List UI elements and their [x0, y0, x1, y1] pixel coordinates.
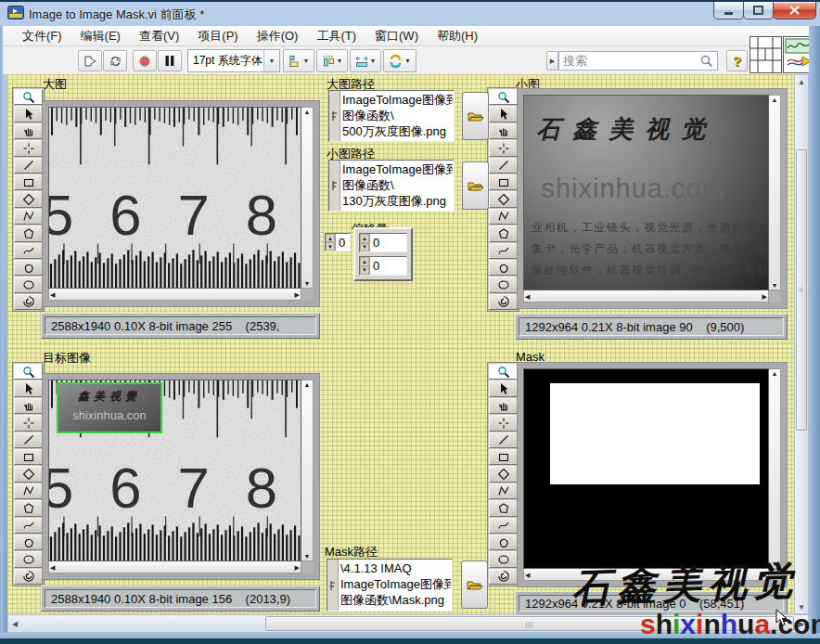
- tool-freehand-line-button[interactable]: [14, 243, 43, 259]
- tool-rotated-rectangle-button[interactable]: [489, 466, 518, 482]
- tool-polyline-button[interactable]: [489, 209, 518, 225]
- menu-item-help[interactable]: 帮助(H): [428, 26, 487, 46]
- tool-point-button[interactable]: [14, 415, 43, 431]
- mask-image-canvas[interactable]: [523, 368, 769, 569]
- target-image-hscrollbar[interactable]: ◀▶: [48, 561, 301, 573]
- abort-button[interactable]: [133, 50, 157, 71]
- menu-item-tools[interactable]: 工具(T): [307, 26, 365, 46]
- mask-image-vscrollbar[interactable]: ▲▼: [769, 368, 781, 569]
- tool-annulus-button[interactable]: [14, 294, 43, 310]
- tool-cursor-button[interactable]: [489, 106, 518, 122]
- tool-freehand-region-button[interactable]: [489, 260, 518, 276]
- menu-item-edit[interactable]: 编辑(E): [71, 26, 130, 46]
- tool-polygon-button[interactable]: [489, 500, 518, 516]
- menu-item-view[interactable]: 查看(V): [130, 26, 188, 46]
- small-image-vscrollbar[interactable]: ▲▼: [769, 95, 781, 290]
- tool-oval-button[interactable]: [489, 277, 518, 292]
- tool-pan-button[interactable]: [14, 398, 43, 414]
- tool-point-button[interactable]: [14, 140, 43, 156]
- small-image-canvas[interactable]: 石鑫美视觉 shixinhua.com 业相机，工业镜头，视觉光源，光源控制器 …: [523, 95, 769, 290]
- tool-polygon-button[interactable]: [14, 500, 43, 516]
- search-input[interactable]: [559, 54, 699, 68]
- tool-cursor-button[interactable]: [14, 106, 43, 122]
- tool-pan-button[interactable]: [489, 123, 518, 139]
- close-button[interactable]: [773, 2, 816, 19]
- vertical-scroll-thumb[interactable]: ≡: [796, 149, 807, 431]
- text-settings-combo[interactable]: 17pt 系统字体 ▼: [187, 49, 280, 72]
- mask-path-control[interactable]: \4.1.13 IMAQ ImageToImage图像到 图像函数\Mask.p…: [327, 559, 453, 612]
- tool-rectangle-button[interactable]: [489, 174, 518, 190]
- offset-array-index[interactable]: ▲▼ 0: [325, 233, 351, 251]
- tool-rectangle-button[interactable]: [14, 174, 43, 190]
- reorder-dropdown[interactable]: ▼: [383, 49, 416, 72]
- small-image-browse-button[interactable]: [462, 161, 489, 210]
- small-image-path-control[interactable]: ImageToImage图像到 图像函数\ 130万灰度图像.png: [328, 160, 455, 212]
- mask-browse-button[interactable]: [461, 560, 488, 609]
- tool-annulus-button[interactable]: [14, 569, 43, 585]
- tool-line-button[interactable]: [14, 432, 43, 448]
- target-image-canvas[interactable]: 5678 鑫美视覺 shixinhua.con: [48, 380, 301, 561]
- tool-line-button[interactable]: [489, 432, 518, 448]
- panel-vertical-scrollbar[interactable]: ▲ ≡ ▼: [794, 74, 809, 614]
- tool-pan-button[interactable]: [14, 123, 43, 139]
- distribute-objects-dropdown[interactable]: ▼: [316, 49, 348, 72]
- tool-rectangle-button[interactable]: [489, 449, 518, 465]
- big-image-vscrollbar[interactable]: ▲▼: [301, 107, 314, 289]
- small-image-hscrollbar[interactable]: ◀▶: [523, 290, 769, 303]
- tool-cursor-button[interactable]: [14, 380, 43, 396]
- tool-polyline-button[interactable]: [14, 209, 43, 225]
- big-image-canvas[interactable]: 5678: [48, 107, 301, 289]
- spinner-icon[interactable]: ▲▼: [326, 234, 336, 251]
- tool-annulus-button[interactable]: [489, 569, 518, 585]
- tool-freehand-region-button[interactable]: [489, 535, 518, 550]
- tool-pan-button[interactable]: [489, 398, 518, 414]
- search-scope-button[interactable]: ▶: [546, 51, 558, 71]
- tool-freehand-region-button[interactable]: [14, 535, 43, 550]
- tool-oval-button[interactable]: [14, 551, 43, 567]
- tool-polygon-button[interactable]: [489, 225, 518, 241]
- run-button[interactable]: [78, 50, 102, 71]
- offset-element-1[interactable]: ▲▼ 0: [359, 256, 407, 276]
- chevron-down-icon[interactable]: ▼: [263, 50, 279, 71]
- spinner-icon[interactable]: ▲▼: [360, 234, 370, 251]
- tool-zoom-button[interactable]: [489, 89, 518, 105]
- connector-pane[interactable]: [750, 36, 782, 73]
- align-objects-dropdown[interactable]: ▼: [283, 49, 314, 72]
- help-button[interactable]: ?: [726, 50, 748, 71]
- tool-point-button[interactable]: [489, 415, 518, 431]
- tool-point-button[interactable]: [489, 140, 518, 156]
- tool-oval-button[interactable]: [489, 551, 518, 567]
- menu-item-file[interactable]: 文件(F): [13, 26, 71, 46]
- tool-line-button[interactable]: [489, 158, 518, 174]
- pause-button[interactable]: [158, 50, 182, 71]
- spinner-icon[interactable]: ▲▼: [360, 257, 370, 275]
- tool-zoom-button[interactable]: [14, 89, 43, 105]
- offset-element-0[interactable]: ▲▼ 0: [359, 233, 407, 252]
- run-continuously-button[interactable]: [103, 50, 127, 71]
- tool-polyline-button[interactable]: [14, 483, 43, 499]
- big-image-path-control[interactable]: ImageToImage图像到 图像函数\ 500万灰度图像.png: [328, 90, 455, 142]
- tool-rectangle-button[interactable]: [14, 449, 43, 465]
- tool-freehand-line-button[interactable]: [489, 518, 518, 534]
- menu-item-project[interactable]: 项目(P): [188, 26, 247, 46]
- tool-annulus-button[interactable]: [489, 294, 518, 310]
- tool-rotated-rectangle-button[interactable]: [14, 191, 43, 207]
- tool-polyline-button[interactable]: [489, 483, 518, 499]
- tool-rotated-rectangle-button[interactable]: [14, 466, 43, 482]
- tool-rotated-rectangle-button[interactable]: [489, 191, 518, 207]
- tool-line-button[interactable]: [14, 158, 43, 174]
- tool-freehand-line-button[interactable]: [489, 243, 518, 259]
- resize-objects-dropdown[interactable]: ▼: [350, 49, 381, 72]
- maximize-button[interactable]: [743, 2, 774, 19]
- tool-zoom-button[interactable]: [489, 364, 518, 380]
- target-image-vscrollbar[interactable]: ▲▼: [301, 380, 314, 561]
- menu-item-window[interactable]: 窗口(W): [365, 26, 428, 46]
- tool-polygon-button[interactable]: [14, 225, 43, 241]
- tool-freehand-region-button[interactable]: [14, 260, 43, 276]
- tool-cursor-button[interactable]: [489, 380, 518, 396]
- tool-oval-button[interactable]: [14, 277, 43, 292]
- minimize-button[interactable]: [713, 2, 744, 19]
- big-image-browse-button[interactable]: [462, 92, 489, 140]
- big-image-hscrollbar[interactable]: ◀▶: [48, 289, 301, 301]
- tool-freehand-line-button[interactable]: [14, 518, 43, 534]
